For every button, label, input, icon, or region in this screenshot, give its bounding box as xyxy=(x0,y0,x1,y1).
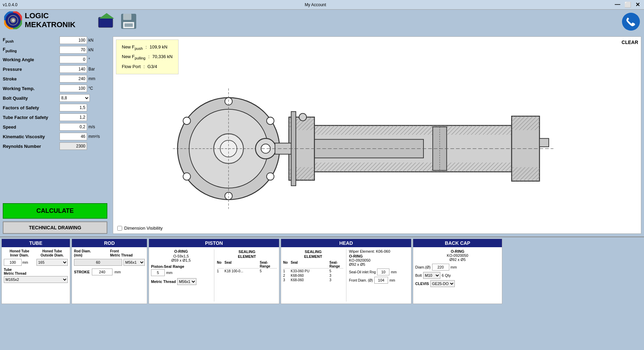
factors-safety-label: Factors of Safety xyxy=(3,105,60,110)
bolt-quality-select[interactable]: 8,8 10,9 12,9 xyxy=(60,94,90,102)
f-pulling-input[interactable] xyxy=(60,46,87,54)
head-seal-no-3: 3 xyxy=(283,278,290,282)
f-push-input[interactable] xyxy=(60,36,87,44)
svg-point-16 xyxy=(267,117,274,125)
logo-icon: ⚙ xyxy=(4,11,22,29)
working-temp-row: Working Temp. °C xyxy=(3,85,107,92)
speed-input[interactable] xyxy=(60,123,87,131)
rod-front-thread-select[interactable]: M56x1 xyxy=(124,259,145,266)
restore-button[interactable]: ⬜ xyxy=(623,1,633,8)
rod-panel: ROD Rod Diam.(mm) FrontMetric Thread M56… xyxy=(72,239,147,304)
f-pulling-label: Fpulling xyxy=(3,47,60,53)
rod-stroke-unit: mm xyxy=(115,270,121,274)
svg-rect-27 xyxy=(512,116,539,130)
svg-rect-4 xyxy=(98,17,113,28)
phone-icon[interactable] xyxy=(622,13,640,31)
stroke-input[interactable] xyxy=(60,75,87,83)
backcap-oring-dim: Ø92 x Ø5 xyxy=(415,258,500,262)
working-temp-input[interactable] xyxy=(60,85,87,92)
backcap-diam-label: Diam.(Ø) xyxy=(415,265,431,269)
tube-factor-input[interactable] xyxy=(60,113,87,121)
kinematic-input[interactable] xyxy=(60,133,87,140)
piston-col-seal: Seal xyxy=(225,261,259,269)
head-seal-name-3: K68-060 xyxy=(291,278,329,282)
tube-factor-label: Tube Factor of Safety xyxy=(3,115,60,120)
clear-button[interactable]: CLEAR xyxy=(622,40,638,45)
dimension-visibility-checkbox[interactable] xyxy=(117,226,122,231)
reynolds-label: Reynolds Number xyxy=(3,144,60,149)
head-front-diam-label: Front Diam. (Ø) xyxy=(349,278,373,282)
piston-panel: PISTON O-RING O-59x1,5 Ø59 x Ø1,5 Piston… xyxy=(149,239,279,304)
tube-panel: TUBE Honed TubeInner Diam. Honed TubeOut… xyxy=(1,239,70,304)
reynolds-row: Reynolds Number xyxy=(3,142,107,150)
logo-text: LOGIC MEKATRONIK xyxy=(25,11,75,29)
rod-diam-label: Rod Diam.(mm) xyxy=(74,249,109,258)
head-seal-name-2: K68-060 xyxy=(291,274,329,277)
bolt-quality-row: Bolt Quality 8,8 10,9 12,9 xyxy=(3,94,107,102)
svg-text:⚙: ⚙ xyxy=(12,19,15,22)
working-temp-label: Working Temp. xyxy=(3,86,60,91)
f-push-label: Fpush xyxy=(3,37,60,43)
f-pulling-unit: kN xyxy=(88,47,94,52)
svg-marker-6 xyxy=(99,13,114,19)
pressure-input[interactable] xyxy=(60,65,87,73)
stroke-unit: mm xyxy=(88,76,95,81)
stroke-row: Stroke mm xyxy=(3,75,107,83)
nav-save-button[interactable] xyxy=(120,12,138,31)
piston-seal-range-input[interactable] xyxy=(151,269,165,276)
backcap-clevis-select[interactable]: GE25-DO xyxy=(430,280,455,287)
head-seal-no-1: 1 xyxy=(283,269,290,273)
backcap-diam-input[interactable] xyxy=(432,264,449,271)
minimize-button[interactable]: — xyxy=(613,1,622,8)
flow-port-label: Flow Port xyxy=(122,62,141,71)
rod-diam-input xyxy=(74,259,122,266)
working-angle-input[interactable] xyxy=(60,56,87,63)
new-f-push-value: 109,9 kN xyxy=(150,43,168,52)
piston-metric-thread-select[interactable]: M56x1 xyxy=(177,278,196,285)
working-angle-unit: ° xyxy=(88,57,90,62)
rod-stroke-input[interactable] xyxy=(92,269,112,275)
tube-outer-select[interactable]: 165 xyxy=(36,259,68,266)
svg-rect-29 xyxy=(539,139,549,147)
svg-rect-28 xyxy=(512,167,539,181)
tube-inner-diam-label: Honed TubeInner Diam. xyxy=(4,249,35,258)
calculate-button[interactable]: CALCULATE xyxy=(3,203,107,219)
piston-sealing-title: SEALINGELEMENT xyxy=(217,249,277,259)
flow-port-value: G3/4 xyxy=(148,62,157,71)
speed-label: Speed xyxy=(3,124,60,130)
head-seal-oil-input[interactable] xyxy=(377,269,389,275)
rod-front-thread-label: FrontMetric Thread xyxy=(110,249,145,258)
piston-oring-title: O-RING xyxy=(151,249,211,253)
tube-metric-thread-select[interactable]: M165x2 xyxy=(4,276,68,283)
piston-seal-no-1: 1 xyxy=(217,269,224,273)
kinematic-label: Kinematic Viscosity xyxy=(3,134,60,139)
piston-seal-range-label: Piston-Seal Range xyxy=(151,264,211,269)
tube-inner-unit: mm xyxy=(22,261,28,264)
head-seal-oil-label: Seal-Oil inlet Rng xyxy=(349,270,376,274)
logo-area: ⚙ LOGIC MEKATRONIK xyxy=(4,11,94,29)
cylinder-drawing xyxy=(129,79,625,218)
head-front-diam-input[interactable] xyxy=(374,277,388,284)
piston-seal-name-1: K18 100-0... xyxy=(225,269,259,273)
account-label: My Account xyxy=(305,2,326,7)
backcap-oring-value: KO-0920050 xyxy=(415,253,500,258)
tube-inner-diam-input[interactable] xyxy=(4,259,22,266)
dimension-visibility-row: Dimension Visibility xyxy=(117,226,163,231)
close-button[interactable]: ✕ xyxy=(634,1,641,8)
backcap-bolt-label: Bolt xyxy=(415,273,422,277)
head-oring-dim: Ø92 x Ø5 xyxy=(349,262,409,266)
head-seal-no-2: 2 xyxy=(283,274,290,277)
kinematic-row: Kinematic Viscosity mm²/s xyxy=(3,133,107,140)
head-header: HEAD xyxy=(281,239,411,247)
pressure-unit: Bar xyxy=(88,67,95,72)
window-controls: — ⬜ ✕ xyxy=(613,1,641,8)
backcap-bolt-select[interactable]: M10 xyxy=(423,272,440,279)
head-sealing-title: SEALINGELEMENT xyxy=(283,249,343,259)
new-f-pulling-value: 70,336 kN xyxy=(152,52,173,61)
piston-oring-dim: Ø59 x Ø1,5 xyxy=(151,258,211,262)
head-col-range: Seal-Range xyxy=(330,261,343,269)
factors-safety-input[interactable] xyxy=(60,104,87,111)
tube-header: TUBE xyxy=(2,239,70,247)
technical-drawing-button[interactable]: TECHNICAL DRAWING xyxy=(3,221,107,234)
nav-open-button[interactable] xyxy=(98,12,116,31)
